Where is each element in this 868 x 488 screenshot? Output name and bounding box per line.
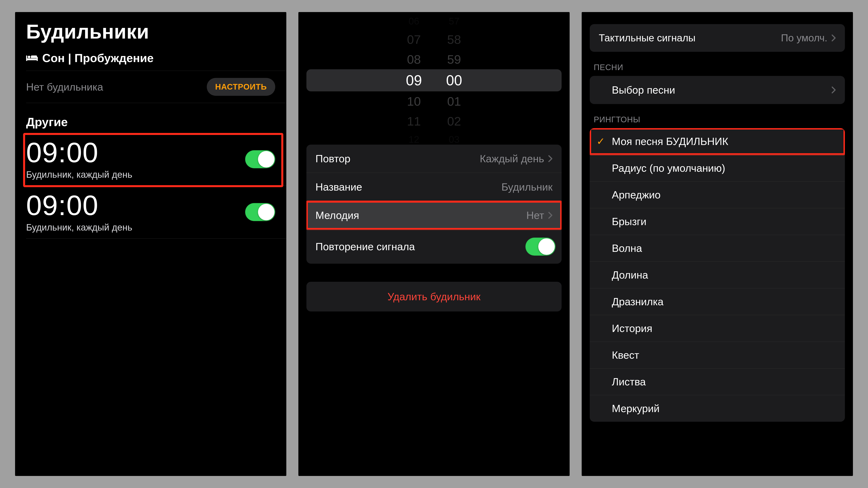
ringtone-label: Волна xyxy=(612,242,836,254)
time-picker[interactable]: 06070809101112 57585900010203 xyxy=(299,24,569,136)
configure-button[interactable]: НАСТРОИТЬ xyxy=(207,78,275,96)
ringtone-list: ✓Моя песня БУДИЛЬНИКРадиус (по умолчанию… xyxy=(590,128,845,422)
name-label: Название xyxy=(315,181,362,193)
chevron-right-icon xyxy=(548,212,553,219)
ringtone-item[interactable]: История xyxy=(590,315,845,341)
alarms-panel: Будильники Сон | Пробуждение Нет будильн… xyxy=(15,12,286,476)
chevron-right-icon xyxy=(831,34,836,41)
check-icon: ✓ xyxy=(596,135,606,147)
alarm-time: 09:00 xyxy=(26,191,132,220)
name-value: Будильник xyxy=(501,181,553,193)
haptics-row[interactable]: Тактильные сигналы По умолч. xyxy=(590,24,845,52)
haptics-value: По умолч. xyxy=(781,32,828,44)
wheel-value: 11 xyxy=(407,114,421,128)
alarm-item[interactable]: 09:00Будильник, каждый день xyxy=(15,133,286,186)
chevron-right-icon xyxy=(831,86,836,94)
repeat-label: Повтор xyxy=(315,153,350,165)
ringtone-item[interactable]: ✓Моя песня БУДИЛЬНИК xyxy=(590,128,845,155)
ringtone-label: Дразнилка xyxy=(612,296,836,308)
alarm-subtitle: Будильник, каждый день xyxy=(26,222,132,233)
wheel-value: 57 xyxy=(449,16,459,27)
wheel-value: 01 xyxy=(447,94,461,108)
wheel-value: 07 xyxy=(407,32,421,46)
name-row[interactable]: Название Будильник xyxy=(306,173,562,201)
others-header: Другие xyxy=(15,103,286,133)
svg-point-3 xyxy=(28,56,30,58)
ringtone-label: История xyxy=(612,322,836,334)
alarm-toggle[interactable] xyxy=(245,150,275,168)
wheel-value: 09 xyxy=(406,72,422,89)
edit-alarm-panel: 06070809101112 57585900010203 Повтор Каж… xyxy=(299,12,569,476)
songs-section-header: ПЕСНИ xyxy=(582,52,853,76)
ringtone-item[interactable]: Волна xyxy=(590,235,845,261)
ringtone-label: Квест xyxy=(612,349,836,361)
ringtone-item[interactable]: Арпеджио xyxy=(590,181,845,208)
alarm-time: 09:00 xyxy=(26,138,132,167)
sound-picker-panel: Тактильные сигналы По умолч. ПЕСНИ Выбор… xyxy=(582,12,853,476)
ringtone-label: Листва xyxy=(612,376,836,388)
wheel-value: 08 xyxy=(407,52,421,66)
ringtone-item[interactable]: Меркурий xyxy=(590,395,845,422)
no-alarm-label: Нет будильника xyxy=(26,81,103,93)
page-title: Будильники xyxy=(15,12,286,49)
ringtone-label: Арпеджио xyxy=(612,189,836,201)
ringtone-item[interactable]: Дразнилка xyxy=(590,288,845,315)
alarm-toggle[interactable] xyxy=(245,203,275,221)
ringtone-label: Меркурий xyxy=(612,402,836,415)
snooze-label: Повторение сигнала xyxy=(315,240,415,253)
delete-alarm-button[interactable]: Удалить будильник xyxy=(306,282,562,312)
bed-icon xyxy=(26,54,38,62)
haptics-label: Тактильные сигналы xyxy=(599,32,695,44)
snooze-toggle[interactable] xyxy=(525,237,556,256)
svg-rect-0 xyxy=(26,58,38,60)
repeat-value: Каждый день xyxy=(480,153,544,165)
sound-row[interactable]: Мелодия Нет xyxy=(306,201,562,229)
ringtone-label: Радиус (по умолчанию) xyxy=(612,162,836,174)
minute-wheel[interactable]: 57585900010203 xyxy=(446,16,462,145)
ringtone-item[interactable]: Листва xyxy=(590,368,845,395)
wheel-value: 03 xyxy=(449,134,459,145)
svg-rect-1 xyxy=(26,56,27,61)
ringtone-label: Долина xyxy=(612,269,836,281)
hour-wheel[interactable]: 06070809101112 xyxy=(406,16,422,145)
wheel-value: 06 xyxy=(408,16,419,27)
sound-label: Мелодия xyxy=(315,209,359,221)
alarm-item[interactable]: 09:00Будильник, каждый день xyxy=(15,186,286,238)
wheel-value: 58 xyxy=(447,32,461,46)
ringtone-label: Брызги xyxy=(612,216,836,228)
repeat-row[interactable]: Повтор Каждый день xyxy=(306,144,562,173)
pick-song-label: Выбор песни xyxy=(612,84,675,96)
chevron-right-icon xyxy=(548,155,553,162)
alarm-settings-group: Повтор Каждый день Название Будильник Ме… xyxy=(306,144,562,264)
wheel-value: 10 xyxy=(407,94,421,108)
wheel-value: 59 xyxy=(447,52,461,66)
ringtone-item[interactable]: Радиус (по умолчанию) xyxy=(590,155,845,181)
ringtone-item[interactable]: Квест xyxy=(590,341,845,368)
sound-value: Нет xyxy=(526,209,544,221)
sleep-section-label: Сон | Пробуждение xyxy=(42,51,154,65)
ringtones-section-header: РИНГТОНЫ xyxy=(582,104,853,128)
pick-song-row[interactable]: Выбор песни xyxy=(590,76,845,104)
sleep-section-header: Сон | Пробуждение xyxy=(15,49,286,71)
ringtone-item[interactable]: Брызги xyxy=(590,208,845,235)
snooze-row: Повторение сигнала xyxy=(306,229,562,264)
wheel-value: 02 xyxy=(447,114,461,128)
alarm-subtitle: Будильник, каждый день xyxy=(26,169,132,180)
ringtone-label: Моя песня БУДИЛЬНИК xyxy=(612,135,836,148)
wheel-value: 00 xyxy=(446,72,462,89)
ringtone-item[interactable]: Долина xyxy=(590,261,845,288)
wheel-value: 12 xyxy=(408,134,419,145)
